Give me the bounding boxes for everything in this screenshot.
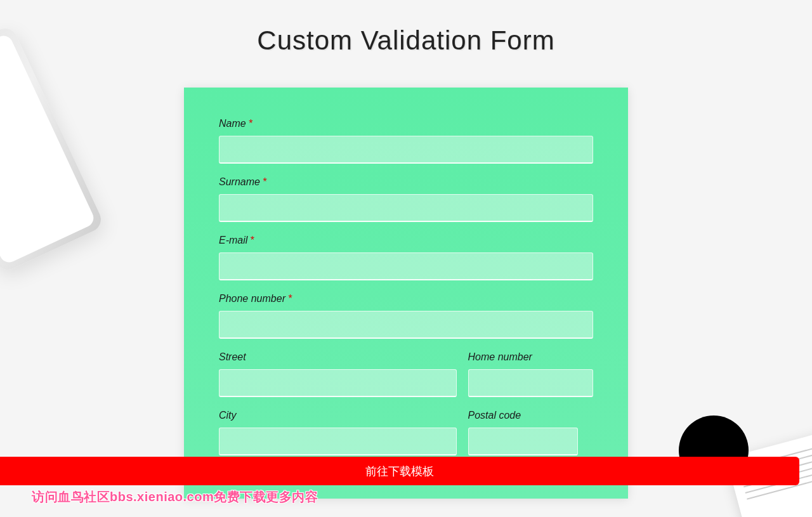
phone-label-text: Phone number	[219, 293, 285, 304]
name-label-text: Name	[219, 118, 246, 129]
page-title: Custom Validation Form	[0, 0, 812, 56]
email-label-text: E-mail	[219, 235, 247, 245]
street-label: Street	[219, 351, 457, 363]
required-indicator: *	[288, 293, 292, 304]
name-input[interactable]	[219, 136, 593, 164]
city-input[interactable]	[219, 428, 457, 455]
download-button-label: 前往下载模板	[365, 464, 434, 479]
background-phone-decoration	[0, 24, 105, 273]
surname-label-text: Surname	[219, 176, 260, 187]
postal-code-label: Postal code	[468, 410, 579, 421]
name-label: Name *	[219, 118, 593, 129]
email-input[interactable]	[219, 252, 593, 280]
watermark-text: 访问血鸟社区bbs.xieniao.com免费下载更多内容	[32, 488, 318, 506]
postal-code-input[interactable]	[468, 428, 579, 455]
surname-input[interactable]	[219, 194, 593, 222]
home-number-input[interactable]	[468, 369, 594, 397]
email-label: E-mail *	[219, 235, 593, 246]
required-indicator: *	[249, 118, 252, 129]
city-label: City	[219, 410, 457, 421]
background-desk-decoration	[628, 390, 812, 517]
phone-input[interactable]	[219, 311, 593, 339]
download-template-button[interactable]: 前往下载模板	[0, 457, 799, 485]
street-input[interactable]	[219, 369, 457, 397]
surname-label: Surname *	[219, 176, 593, 188]
validation-form: Name * Surname * E-mail * Phone number *…	[184, 88, 628, 499]
required-indicator: *	[251, 235, 254, 245]
phone-label: Phone number *	[219, 293, 593, 304]
home-number-label: Home number	[468, 351, 594, 363]
required-indicator: *	[263, 176, 266, 187]
